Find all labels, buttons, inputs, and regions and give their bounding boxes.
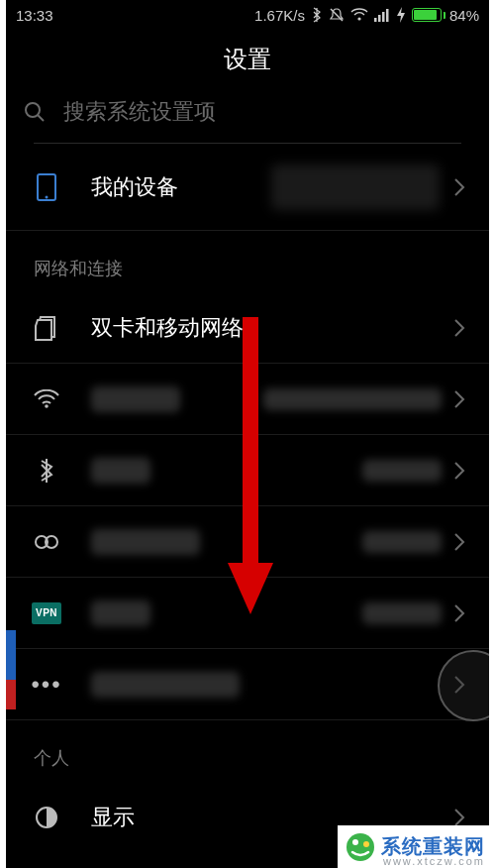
chevron-right-icon	[453, 177, 465, 197]
svg-line-7	[38, 115, 44, 121]
watermark: 系统重装网 www.xtczw.com	[338, 825, 495, 868]
phone-screen: 13:33 1.67K/s	[6, 0, 489, 868]
phone-icon	[30, 172, 63, 202]
row-vpn[interactable]: VPN	[6, 578, 489, 649]
row-more[interactable]: •••	[6, 649, 489, 720]
brightness-icon	[30, 806, 63, 829]
hotspot-icon	[30, 534, 63, 550]
wifi-icon	[350, 8, 368, 22]
row-label-redacted	[91, 458, 150, 484]
chevron-right-icon	[453, 318, 465, 338]
svg-rect-3	[378, 15, 381, 22]
wifi-icon	[30, 389, 63, 409]
search-bar[interactable]	[6, 89, 489, 143]
row-label-redacted	[91, 529, 200, 555]
battery-percent: 84%	[449, 7, 479, 24]
svg-point-16	[346, 833, 374, 861]
section-header-personal: 个人	[6, 720, 489, 782]
dnd-icon	[329, 7, 345, 23]
vpn-icon: VPN	[30, 602, 63, 624]
row-hotspot[interactable]	[6, 506, 489, 578]
svg-point-1	[357, 17, 360, 20]
status-net-speed: 1.67K/s	[254, 7, 305, 24]
svg-point-9	[46, 195, 49, 198]
edge-marker-blue	[6, 630, 16, 680]
svg-point-6	[26, 103, 40, 117]
row-label: 显示	[91, 803, 135, 832]
charging-icon	[396, 7, 406, 23]
row-value-redacted	[362, 602, 442, 624]
row-my-device[interactable]: 我的设备	[6, 144, 489, 231]
svg-point-17	[352, 839, 358, 845]
svg-rect-4	[382, 12, 385, 22]
page-title: 设置	[6, 30, 489, 89]
more-icon: •••	[30, 671, 63, 699]
sim-icon	[30, 315, 63, 341]
svg-point-10	[45, 404, 49, 408]
chevron-right-icon	[453, 461, 465, 481]
device-model-redacted	[271, 164, 440, 210]
watermark-logo-icon	[344, 830, 377, 864]
row-label: 双卡和移动网络	[91, 313, 244, 343]
signal-icon	[374, 8, 390, 22]
svg-point-18	[363, 841, 369, 847]
chevron-right-icon	[453, 389, 465, 409]
chevron-right-icon	[453, 808, 465, 827]
chevron-right-icon	[453, 603, 465, 623]
row-sim-network[interactable]: 双卡和移动网络	[6, 292, 489, 364]
row-label: 我的设备	[91, 172, 178, 202]
bluetooth-icon	[30, 458, 63, 484]
row-value-redacted	[362, 531, 442, 553]
row-bluetooth[interactable]	[6, 435, 489, 506]
bluetooth-icon	[311, 7, 323, 23]
status-bar: 13:33 1.67K/s	[6, 0, 489, 30]
search-icon	[24, 101, 46, 123]
search-input[interactable]	[63, 99, 471, 125]
section-header-network: 网络和连接	[6, 231, 489, 292]
svg-rect-5	[386, 9, 389, 22]
svg-rect-2	[374, 18, 377, 22]
watermark-sub: www.xtczw.com	[383, 855, 485, 867]
chevron-right-icon	[453, 532, 465, 552]
status-time: 13:33	[16, 7, 53, 24]
row-label-redacted	[91, 600, 150, 626]
battery-icon: 84%	[412, 7, 479, 24]
edge-marker-red	[6, 680, 16, 709]
row-label-redacted	[91, 386, 180, 412]
row-value-redacted	[362, 460, 442, 482]
row-value-redacted	[263, 388, 442, 410]
row-wlan[interactable]	[6, 364, 489, 435]
row-label-redacted	[91, 672, 240, 698]
